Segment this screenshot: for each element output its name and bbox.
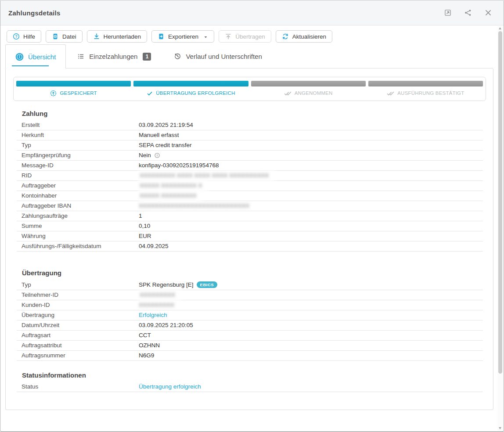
- detail-row: Teilnehmer-IDXXXXXXXXX: [17, 290, 483, 300]
- hilfe-button[interactable]: ?Hilfe: [7, 30, 41, 43]
- export-icon: [158, 33, 165, 40]
- button-label: Übertragen: [235, 33, 265, 40]
- progress-step-text: ÜBERTRAGUNG ERFOLGREICH: [156, 90, 235, 97]
- row-label: Auftragsart: [22, 332, 139, 338]
- row-label: Übertragung: [22, 312, 139, 318]
- row-label: Typ: [22, 282, 139, 288]
- redacted-value: XXXXXXXXXXXXXXXXXXXXXXXXXXXX: [139, 203, 249, 209]
- row-value: 04.09.2025: [139, 243, 169, 249]
- row-value: Erfolgreich: [139, 312, 167, 318]
- close-icon[interactable]: [484, 9, 492, 17]
- progress-step-label: ANGENOMMEN: [251, 90, 366, 97]
- redacted-value: XXXXXXXXX XXXX XXXX XXXX XXXXXXXXXX: [139, 171, 275, 181]
- progress-step: AUSFÜHRUNG BESTÄTIGT: [368, 81, 483, 97]
- info-outline-icon[interactable]: [154, 152, 160, 158]
- section-zahlung: ZahlungErstellt03.09.2025 21:19:54Herkun…: [6, 110, 493, 252]
- upload-icon: [225, 33, 232, 40]
- row-value: SPK Regensburg [E]EBICS: [139, 281, 217, 288]
- row-value: Übertragung erfolgreich: [139, 384, 201, 390]
- detail-row: EmpfängerprüfungNein: [17, 151, 483, 161]
- detail-row: HerkunftManuell erfasst: [17, 130, 483, 140]
- uebertragen-button: Übertragen: [219, 30, 271, 43]
- double-check-icon: [284, 90, 292, 97]
- titlebar-actions: [444, 9, 492, 17]
- ebics-badge: EBICS: [197, 281, 218, 288]
- toolbar: ?HilfeDateiHerunterladenExportierenÜbert…: [0, 25, 504, 43]
- detail-row: Erstellt03.09.2025 21:19:54: [17, 120, 483, 130]
- value-text: 03.09.2025 21:19:54: [139, 122, 193, 128]
- detail-row: ÜbertragungErfolgreich: [17, 310, 483, 320]
- row-value: XXXXX XXXXXXXXX X: [139, 183, 209, 189]
- titlebar: Zahlungsdetails: [0, 0, 504, 25]
- progress-tracker: GESPEICHERTÜBERTRAGUNG ERFOLGREICHANGENO…: [13, 77, 486, 101]
- detail-row: Zahlungsaufträge1: [17, 211, 483, 221]
- herunterladen-button[interactable]: Herunterladen: [87, 30, 148, 43]
- row-label: Auftragsnummer: [22, 353, 139, 359]
- scrollbar-thumb[interactable]: [498, 31, 502, 374]
- progress-bar-segment: [133, 81, 248, 86]
- progress-step-label: AUSFÜHRUNG BESTÄTIGT: [368, 90, 483, 97]
- row-value: XXXXXXXXX XXXX XXXX XXXX XXXXXXXXXX: [139, 173, 275, 179]
- progress-bar-segment: [368, 81, 483, 86]
- section-rows: StatusÜbertragung erfolgreich: [17, 382, 483, 392]
- row-value: 03.09.2025 21:19:54: [139, 122, 193, 128]
- row-value: konfipay-03092025191954768: [139, 162, 219, 169]
- row-label: Kunden-ID: [22, 302, 139, 308]
- detail-row: RIDXXXXXXXXX XXXX XXXX XXXX XXXXXXXXXX: [17, 171, 483, 181]
- value-text: 04.09.2025: [139, 243, 169, 249]
- aktualisieren-button[interactable]: Aktualisieren: [276, 30, 332, 43]
- check-icon: [147, 90, 153, 97]
- section-statusinformationen: StatusinformationenStatusÜbertragung erf…: [6, 371, 493, 392]
- detail-row: TypSPK Regensburg [E]EBICS: [17, 280, 483, 290]
- tab-label: Übersicht: [28, 53, 56, 61]
- row-label: Message-ID: [22, 162, 139, 169]
- tab-uebersicht[interactable]: Übersicht: [5, 44, 66, 68]
- history-icon: [174, 53, 181, 60]
- exportieren-button[interactable]: Exportieren: [151, 30, 214, 43]
- tab-verlauf-und-unterschriften[interactable]: Verlauf und Unterschriften: [162, 44, 273, 68]
- value-text: 03.09.2025 21:20:05: [139, 322, 193, 328]
- section-rows: Erstellt03.09.2025 21:19:54HerkunftManue…: [17, 120, 483, 252]
- active-tab-underline: [12, 65, 49, 66]
- section-title: Übertragung: [22, 269, 493, 277]
- svg-text:?: ?: [15, 34, 17, 39]
- detail-row: Kunden-IDXXXXXXXXX: [17, 300, 483, 310]
- value-text: Erfolgreich: [139, 312, 167, 318]
- tab-bar: ÜbersichtEinzelzahlungen1Verlauf und Unt…: [0, 44, 504, 68]
- scrollbar-down-arrow[interactable]: [499, 427, 501, 429]
- scrollbar-up-arrow[interactable]: [499, 27, 501, 29]
- open-external-icon[interactable]: [444, 9, 452, 17]
- share-icon[interactable]: [464, 9, 472, 17]
- progress-step: ÜBERTRAGUNG ERFOLGREICH: [133, 81, 248, 97]
- value-text: CCT: [139, 332, 151, 338]
- detail-row: Datum/Uhrzeit03.09.2025 21:20:05: [17, 320, 483, 331]
- value-text: 0,10: [139, 223, 150, 229]
- sections-container: ZahlungErstellt03.09.2025 21:19:54Herkun…: [6, 110, 493, 392]
- row-label: Auftragsattribut: [22, 342, 139, 349]
- row-label: RID: [22, 173, 139, 179]
- row-label: Erstellt: [22, 122, 139, 128]
- section-rows: TypSPK Regensburg [E]EBICSTeilnehmer-IDX…: [17, 280, 483, 361]
- row-value: N6G9: [139, 353, 154, 359]
- button-label: Hilfe: [23, 33, 35, 40]
- row-label: Summe: [22, 223, 139, 229]
- file-icon: [52, 33, 59, 40]
- tab-einzelzahlungen[interactable]: Einzelzahlungen1: [66, 44, 162, 68]
- detail-row: AuftraggeberXXXXX XXXXXXXXX X: [17, 181, 483, 191]
- row-label: Kontoinhaber: [22, 193, 139, 199]
- row-value: OZHNN: [139, 342, 160, 349]
- progress-bar-segment: [16, 81, 131, 86]
- button-label: Herunterladen: [104, 33, 141, 40]
- row-label: Empfängerprüfung: [22, 152, 139, 158]
- value-text: Manuell erfasst: [139, 132, 179, 138]
- row-label: Zahlungsaufträge: [22, 213, 139, 219]
- detail-row: StatusÜbertragung erfolgreich: [17, 382, 483, 392]
- row-value: 03.09.2025 21:20:05: [139, 322, 193, 328]
- datei-button[interactable]: Datei: [46, 30, 83, 43]
- scrollbar[interactable]: [497, 26, 503, 431]
- detail-row: Auftraggeber IBANXXXXXXXXXXXXXXXXXXXXXXX…: [17, 201, 483, 211]
- row-value: Nein: [139, 152, 160, 158]
- row-label: Datum/Uhrzeit: [22, 322, 139, 328]
- progress-step-text: AUSFÜHRUNG BESTÄTIGT: [397, 90, 464, 97]
- row-value: XXXXXXXXX: [139, 292, 181, 298]
